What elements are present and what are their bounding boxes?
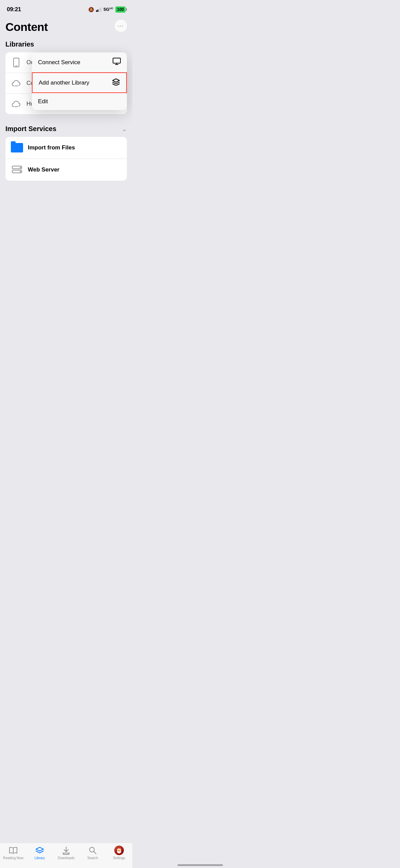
main-content: ··· Content Libraries On My iPhone — [0, 17, 132, 181]
page-title: Content — [5, 17, 127, 40]
svg-point-4 — [20, 167, 21, 168]
signal-icon — [96, 7, 102, 12]
battery-icon: 100 — [115, 6, 126, 13]
import-list: Import from Files Web Server — [5, 137, 127, 181]
bell-mute-icon: 🔕 — [88, 7, 94, 12]
server-icon — [11, 164, 23, 176]
cloud-icon — [11, 78, 22, 89]
status-bar: 09:21 🔕 5GUC 100 — [0, 0, 132, 17]
menu-item-add-library[interactable]: Add another Library — [32, 72, 127, 93]
import-name: Import from Files — [28, 144, 75, 151]
edit-label: Edit — [38, 98, 48, 105]
layers-icon — [112, 78, 120, 87]
status-time: 09:21 — [7, 6, 21, 13]
status-icons: 🔕 5GUC 100 — [88, 6, 126, 13]
folder-icon — [11, 142, 23, 154]
more-button[interactable]: ··· — [115, 20, 127, 32]
svg-point-5 — [20, 171, 21, 172]
monitor-icon — [113, 58, 121, 67]
svg-rect-6 — [113, 58, 120, 63]
cloud-icon — [11, 98, 22, 109]
web-server-item[interactable]: Web Server — [5, 159, 127, 181]
ellipsis-icon: ··· — [118, 22, 124, 30]
connect-service-label: Connect Service — [38, 59, 80, 66]
chevron-down-icon[interactable]: ⌄ — [122, 125, 127, 133]
import-from-files-item[interactable]: Import from Files — [5, 137, 127, 159]
libraries-section-header: Libraries — [5, 40, 127, 48]
dropdown-menu: Connect Service Add another Library E — [32, 53, 127, 110]
import-services-header: Import Services ⌄ — [5, 125, 127, 133]
network-type: 5GUC — [103, 7, 113, 12]
import-services-title: Import Services — [5, 125, 56, 133]
import-services-section: Import Services ⌄ Import from Files — [5, 125, 127, 181]
menu-item-connect-service[interactable]: Connect Service — [32, 53, 127, 72]
add-library-label: Add another Library — [39, 79, 89, 86]
menu-item-edit[interactable]: Edit — [32, 93, 127, 110]
import-name: Web Server — [28, 166, 59, 173]
svg-rect-1 — [15, 66, 17, 66]
phone-icon — [11, 57, 22, 68]
